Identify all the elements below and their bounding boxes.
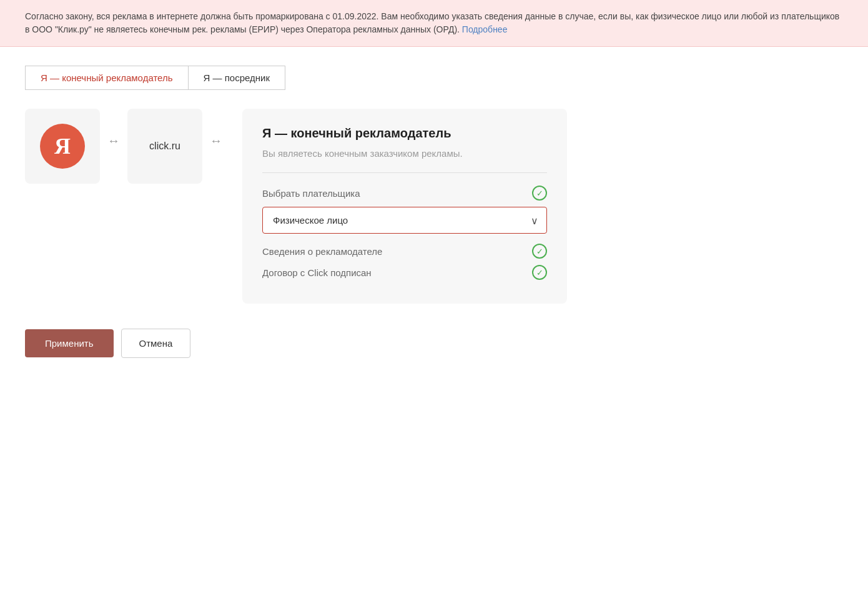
click-ru-box: click.ru [127, 109, 202, 184]
bottom-actions: Применить Отмена [25, 329, 843, 358]
select-payer-label: Выбрать плательщика [262, 188, 360, 199]
contract-check-icon: ✓ [532, 265, 547, 280]
advertiser-info-row: Сведения о рекламодателе ✓ [262, 244, 547, 259]
cancel-button[interactable]: Отмена [121, 329, 191, 358]
card-subtitle: Вы являетесь конечным заказчиком рекламы… [262, 147, 547, 160]
yandex-circle-icon: Я [40, 124, 85, 169]
tab-final-advertiser[interactable]: Я — конечный рекламодатель [25, 66, 188, 90]
arrow-left-right-icon-2: ↔ [202, 134, 230, 148]
advertiser-info-label: Сведения о рекламодателе [262, 246, 382, 257]
card-title: Я — конечный рекламодатель [262, 126, 547, 141]
yandex-logo-box: Я [25, 109, 100, 184]
select-payer-row: Выбрать плательщика ✓ [262, 186, 547, 201]
contract-label: Договор с Click подписан [262, 267, 372, 278]
tab-group: Я — конечный рекламодатель Я — посредник [25, 66, 843, 90]
payer-select[interactable]: Физическое лицо Юридическое лицо ИП [262, 207, 547, 234]
card-divider [262, 172, 547, 173]
arrow-left-right-icon-1: ↔ [100, 134, 127, 148]
select-payer-check-icon: ✓ [532, 186, 547, 201]
tab-intermediary[interactable]: Я — посредник [188, 66, 285, 90]
apply-button[interactable]: Применить [25, 329, 114, 357]
advertiser-info-check-icon: ✓ [532, 244, 547, 259]
info-card: Я — конечный рекламодатель Вы являетесь … [242, 109, 567, 304]
banner-text: Согласно закону, вся реклама в интернете… [25, 11, 839, 34]
contract-row: Договор с Click подписан ✓ [262, 265, 547, 280]
info-banner: Согласно закону, вся реклама в интернете… [0, 0, 868, 47]
click-ru-label: click.ru [149, 141, 180, 152]
payer-select-wrapper: Физическое лицо Юридическое лицо ИП ∨ [262, 207, 547, 234]
diagram-section: Я ↔ click.ru ↔ Я — конечный рекламодател… [25, 109, 843, 304]
banner-link[interactable]: Подробнее [462, 24, 508, 34]
